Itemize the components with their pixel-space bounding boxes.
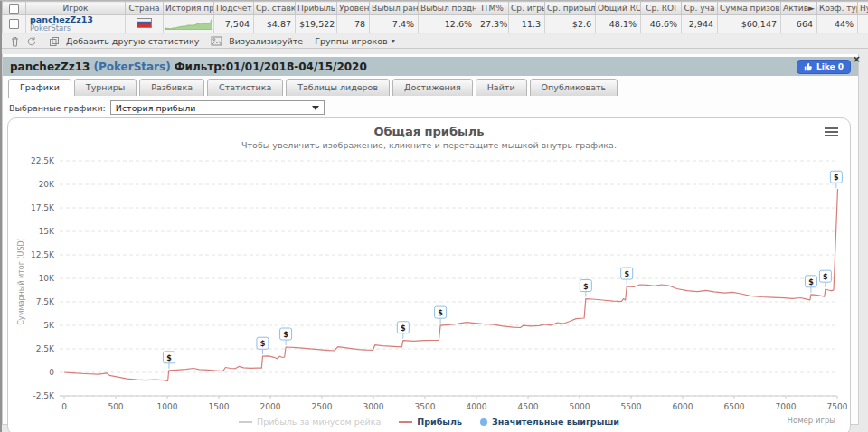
legend-item-1[interactable]: Прибыль [399,417,462,427]
y-tick-label: 22.5K [31,156,55,165]
content-panel: panchezZz13 (PokerStars) Фильтр:01/01/20… [2,54,859,425]
legend-item-0[interactable]: Прибыль за минусом рейка [239,417,381,427]
x-tick-label: 4500 [518,402,539,411]
profit-chart-card[interactable]: Общая прибыль Чтобы увеличить изображени… [7,117,851,432]
x-tick-label: 1000 [157,402,178,411]
stat-cell-7: 11.3 [509,15,545,33]
chart-menu-icon[interactable] [825,127,838,136]
thumb-up-icon [804,62,813,71]
profit-line-series [64,189,838,381]
column-header-15[interactable]: Сумма призов [718,2,781,15]
stat-cell-11: 2,944 [682,15,718,33]
x-tick-label: 5500 [621,402,642,411]
row-checkbox[interactable] [9,19,19,29]
visualize-icon[interactable] [211,36,222,46]
column-header-16[interactable]: Актив► [781,2,817,15]
column-header-8[interactable]: Выбыл поздно [419,2,476,15]
row-select-cell [3,15,26,33]
column-header-13[interactable]: Ср. ROI [641,2,682,15]
profit-history-sparkline-cell[interactable] [164,15,214,33]
chart-type-select[interactable]: История прибыли [110,100,325,115]
stat-cell-14: 44% [817,15,858,33]
tab-1[interactable]: Турниры [74,79,137,96]
tab-5[interactable]: Достижения [392,79,473,96]
tabs: ГрафикиТурнирыРазбивкаСтатистикаТаблицы … [8,79,858,96]
x-tick-label: 6000 [673,402,693,411]
column-header-9[interactable]: ITM% [476,2,509,15]
stat-cell-2: $19,522 [296,15,337,33]
dollar-icon: $ [401,324,406,333]
dollar-icon: $ [808,278,814,286]
chevron-down-icon: ▾ [392,37,395,45]
x-tick-label: 6500 [724,402,745,411]
stat-cell-6: 27.3% [476,15,509,33]
tab-6[interactable]: Найти [476,79,527,96]
refresh-icon[interactable] [26,36,37,47]
player-site-label: PokerStars [30,24,121,33]
stat-cell-5: 12.6% [419,15,476,33]
x-tick-label: 7500 [827,402,847,411]
table-header-row: ИгрокСтранаИстория прибыПодсчетСр. ставк… [3,2,868,15]
select-all-header-cell [3,2,26,15]
column-header-3[interactable]: Подсчет [214,2,254,15]
column-header-11[interactable]: Ср. прибыль [545,2,596,15]
page-top-border [0,0,868,1]
x-tick-label: 3000 [363,402,384,411]
column-header-12[interactable]: Общий ROI [596,2,641,15]
column-header-17[interactable]: Коэф. тур [817,2,858,15]
tab-2[interactable]: Разбивка [139,79,204,96]
tab-7[interactable]: Опубликовать [530,79,618,96]
dollar-icon: $ [823,273,828,281]
x-tick-label: 1500 [209,402,230,411]
column-header-4[interactable]: Ср. ставка [254,2,296,15]
add-statistic-button[interactable]: Добавить другую статистику [66,36,199,46]
player-header-band: panchezZz13 (PokerStars) Фильтр:01/01/20… [3,57,858,76]
profit-sparkline-chart [165,16,212,30]
column-header-10[interactable]: Ср. игры [509,2,545,15]
stat-cell-9: 48.1% [596,15,641,33]
y-tick-label: 2.5K [36,344,55,353]
profit-line-chart[interactable]: 22.5K20K17.5K15K12.5K10K7.5K5K2.5K0-2.5K… [10,152,847,416]
stat-cell-8: $2.6 [545,15,596,33]
y-tick-label: 15K [39,227,55,236]
band-site-name[interactable]: (PokerStars) [93,61,170,73]
dollar-icon: $ [583,283,589,291]
legend-label: Прибыль [417,417,462,427]
tab-4[interactable]: Таблицы лидеров [286,79,390,96]
column-header-14[interactable]: Ср. уча [682,2,718,15]
column-header-1[interactable]: Страна [126,2,164,15]
chart-subtitle: Чтобы увеличить изображение, кликните и … [8,140,850,150]
russia-flag-icon [137,18,152,28]
column-header-2[interactable]: История прибы [164,2,214,15]
add-statistic-icon[interactable] [49,36,60,47]
band-filter-text: Фильтр:01/01/2018-04/15/2020 [175,61,367,73]
legend-item-2[interactable]: Значительные выигрыши [480,417,619,427]
visualize-button[interactable]: Визуализируйте [229,36,303,46]
column-header-7[interactable]: Выбыл рано [370,2,419,15]
select-all-checkbox[interactable] [9,4,19,14]
facebook-like-button[interactable]: Like 0 [797,60,851,74]
legend-marker-icon [480,418,487,426]
dollar-icon: $ [166,354,172,362]
close-icon[interactable]: × [853,54,861,64]
column-header-18[interactable]: Нуж [858,2,868,15]
player-stats-table: ИгрокСтранаИстория прибыПодсчетСр. ставк… [2,1,868,33]
column-header-5[interactable]: Прибыль [296,2,337,15]
player-groups-dropdown[interactable]: Группы игроков ▾ [315,36,395,46]
stat-cell-0: 7,504 [214,15,254,33]
y-axis-title: Суммарный итог (USD) [17,232,25,332]
column-header-6[interactable]: Уровень [337,2,370,15]
player-cell[interactable]: panchezZz13 PokerStars [26,15,126,33]
tab-0[interactable]: Графики [8,79,71,98]
table-row[interactable]: panchezZz13 PokerStars 7,504$4.87$19,522… [3,15,868,33]
y-tick-label: -2.5K [33,391,56,400]
y-tick-label: 17.5K [31,203,55,212]
page-left-border [0,0,2,432]
delete-icon[interactable] [10,36,20,47]
chart-legend: Прибыль за минусом рейкаПрибыльЗначитель… [8,417,850,427]
y-tick-label: 7.5K [36,297,55,306]
tab-3[interactable]: Статистика [207,79,283,96]
like-button-label: Like 0 [816,62,844,71]
chart-title: Общая прибыль [8,125,850,138]
column-header-0[interactable]: Игрок [26,2,126,15]
